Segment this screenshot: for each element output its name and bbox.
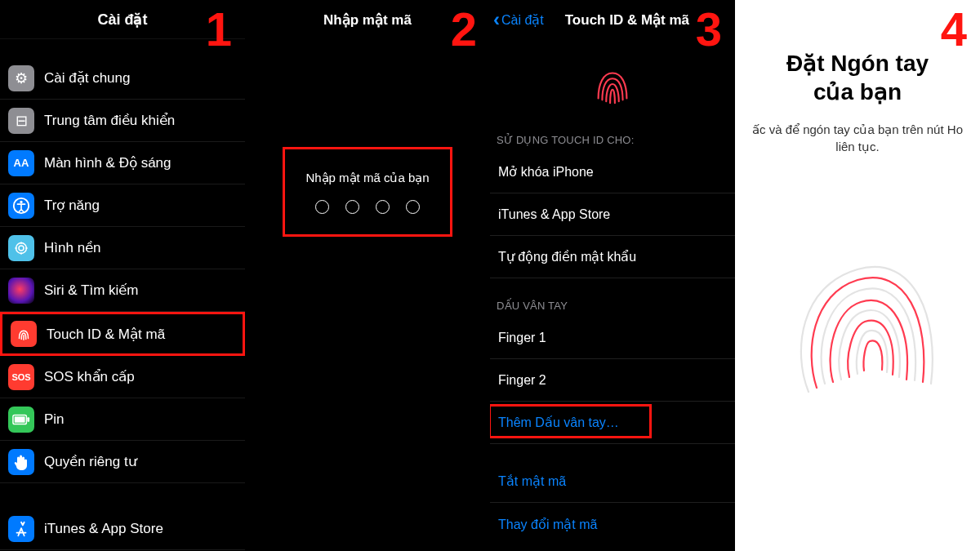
label-finger-1: Finger 1	[498, 331, 546, 345]
sos-badge-text: SOS	[11, 372, 30, 382]
label-accessibility: Trợ năng	[44, 197, 237, 214]
sub-line-2: liên tục.	[835, 140, 879, 153]
panel-4-place-finger: 4 Đặt Ngón tay của bạn ấc và để ngón tay…	[735, 0, 980, 551]
label-general: Cài đặt chung	[44, 69, 237, 87]
label-turnoff: Tắt mật mã	[498, 473, 566, 489]
panel-1-settings: 1 Cài đặt ⚙ Cài đặt chung ⊟ Trung tâm đi…	[0, 0, 245, 551]
label-control-center: Trung tâm điều khiển	[44, 112, 237, 129]
row-general[interactable]: ⚙ Cài đặt chung	[0, 57, 245, 100]
label-wallpaper: Hình nền	[44, 239, 237, 256]
touch-id-icon	[11, 321, 37, 347]
title-line-1: Đặt Ngón tay	[786, 51, 929, 76]
passcode-highlight-box: Nhập mật mã của bạn	[283, 147, 452, 237]
control-center-icon: ⊟	[8, 108, 34, 134]
label-privacy: Quyền riêng tư	[44, 453, 237, 470]
label-autofill: Tự động điền mật khẩu	[498, 249, 636, 264]
label-touch-id: Touch ID & Mật mã	[47, 326, 234, 343]
svg-point-5	[20, 252, 22, 254]
title-line-2: của bạn	[813, 79, 902, 104]
row-add-fingerprint[interactable]: Thêm Dấu vân tay…	[490, 402, 735, 444]
step-number-1: 1	[206, 2, 232, 56]
row-autofill[interactable]: Tự động điền mật khẩu	[490, 236, 735, 278]
step-number-2: 2	[451, 2, 477, 56]
row-change-passcode[interactable]: Thay đổi mật mã	[490, 503, 735, 545]
section-fingerprints: DẤU VÂN TAY	[490, 295, 735, 317]
label-appstore: iTunes & App Store	[44, 521, 237, 537]
svg-point-1	[20, 200, 22, 202]
step-number-3: 3	[696, 2, 722, 56]
row-siri[interactable]: Siri & Tìm kiếm	[0, 269, 245, 312]
place-finger-title: Đặt Ngón tay của bạn	[735, 49, 980, 106]
row-touch-id[interactable]: Touch ID & Mật mã	[0, 312, 245, 356]
row-turn-off-passcode[interactable]: Tắt mật mã	[490, 460, 735, 503]
label-battery: Pin	[44, 411, 237, 428]
label-finger-2: Finger 2	[498, 373, 546, 388]
privacy-icon	[8, 449, 34, 475]
row-battery[interactable]: Pin	[0, 398, 245, 441]
wallpaper-icon	[8, 235, 34, 261]
place-finger-subtitle: ấc và để ngón tay của bạn trên nút Ho li…	[735, 121, 980, 155]
settings-list: ⚙ Cài đặt chung ⊟ Trung tâm điều khiển A…	[0, 39, 245, 550]
passcode-prompt: Nhập mật mã của bạn	[305, 171, 429, 185]
row-display[interactable]: AA Màn hình & Độ sáng	[0, 142, 245, 184]
row-finger-1[interactable]: Finger 1	[490, 317, 735, 359]
label-sos: SOS khẩn cấp	[44, 368, 237, 385]
battery-icon	[8, 407, 34, 433]
svg-rect-10	[15, 416, 25, 422]
fingerprint-graphic	[735, 229, 980, 416]
svg-point-3	[19, 245, 24, 250]
row-finger-2[interactable]: Finger 2	[490, 359, 735, 402]
label-itunes: iTunes & App Store	[498, 207, 610, 222]
svg-point-7	[25, 247, 27, 248]
svg-point-2	[16, 242, 27, 253]
row-unlock-iphone[interactable]: Mở khóa iPhone	[490, 151, 735, 193]
display-icon: AA	[8, 150, 34, 176]
step-number-4: 4	[941, 2, 967, 56]
panel-2-passcode: 2 Nhập mật mã Nhập mật mã của bạn	[245, 0, 490, 551]
passcode-dot	[315, 200, 329, 214]
panel-3-touchid: 3 ‹ Cài đặt Touch ID & Mật mã SỬ DỤNG TO…	[490, 0, 735, 551]
back-button[interactable]: ‹ Cài đặt	[490, 12, 544, 28]
list-spacer	[0, 483, 245, 508]
section-use-touchid: SỬ DỤNG TOUCH ID CHO:	[490, 129, 735, 151]
back-label: Cài đặt	[501, 12, 544, 28]
siri-icon	[8, 278, 34, 304]
row-wallpaper[interactable]: Hình nền	[0, 227, 245, 269]
svg-point-6	[15, 247, 16, 248]
label-change: Thay đổi mật mã	[498, 517, 597, 532]
label-unlock: Mở khóa iPhone	[498, 164, 594, 180]
settings-title: Cài đặt	[97, 11, 147, 29]
gear-icon: ⚙	[8, 65, 34, 91]
row-privacy[interactable]: Quyền riêng tư	[0, 441, 245, 483]
passcode-dot	[406, 200, 420, 214]
sos-icon: SOS	[8, 364, 34, 390]
passcode-title: Nhập mật mã	[323, 11, 412, 29]
passcode-dots[interactable]	[315, 200, 420, 214]
row-accessibility[interactable]: Trợ năng	[0, 184, 245, 227]
sub-line-1: ấc và để ngón tay của bạn trên nút Ho	[752, 122, 963, 136]
row-sos[interactable]: SOS SOS khẩn cấp	[0, 356, 245, 398]
chevron-left-icon: ‹	[493, 15, 500, 24]
passcode-dot	[376, 200, 390, 214]
label-display: Màn hình & Độ sáng	[44, 154, 237, 171]
accessibility-icon	[8, 193, 34, 219]
svg-rect-9	[27, 417, 29, 422]
row-appstore[interactable]: iTunes & App Store	[0, 508, 245, 550]
row-itunes-store[interactable]: iTunes & App Store	[490, 193, 735, 236]
label-siri: Siri & Tìm kiếm	[44, 282, 237, 299]
svg-point-4	[20, 242, 22, 243]
passcode-dot	[345, 200, 359, 214]
appstore-icon	[8, 516, 34, 542]
add-fingerprint-highlight	[490, 404, 652, 438]
row-control-center[interactable]: ⊟ Trung tâm điều khiển	[0, 100, 245, 142]
